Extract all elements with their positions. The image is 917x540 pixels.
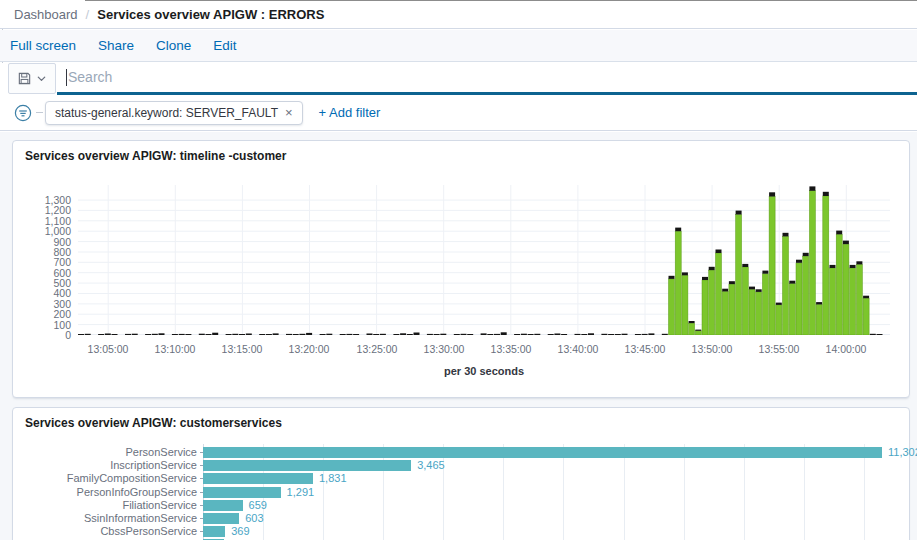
timeline-bar[interactable] <box>689 323 695 335</box>
timeline-bar[interactable] <box>722 291 728 335</box>
timeline-bar-top[interactable] <box>172 334 178 335</box>
timeline-bar-top[interactable] <box>152 334 158 335</box>
timeline-bar[interactable] <box>836 234 842 335</box>
timeline-bar-top[interactable] <box>273 333 279 335</box>
timeline-bar[interactable] <box>830 268 836 335</box>
timeline-bar-top[interactable] <box>648 333 654 335</box>
timeline-bar-top[interactable] <box>548 334 554 335</box>
timeline-bar[interactable] <box>695 331 701 335</box>
share-button[interactable]: Share <box>98 38 134 53</box>
hbar-bar[interactable] <box>203 513 239 524</box>
timeline-bar-top[interactable] <box>494 334 500 335</box>
timeline-bar-top[interactable] <box>588 333 594 335</box>
timeline-bar-top[interactable] <box>581 334 587 335</box>
timeline-bar-top[interactable] <box>467 334 473 335</box>
timeline-bar[interactable] <box>863 298 869 335</box>
timeline-bar-top[interactable] <box>179 334 185 335</box>
timeline-bar[interactable] <box>709 270 715 335</box>
timeline-bar-top[interactable] <box>635 334 641 335</box>
timeline-bar-top[interactable] <box>534 334 540 335</box>
timeline-bar-top[interactable] <box>514 334 520 335</box>
timeline-bar-top[interactable] <box>870 334 876 335</box>
timeline-bar[interactable] <box>856 264 862 335</box>
timeline-bar-top[interactable] <box>528 334 534 335</box>
timeline-bar-top[interactable] <box>400 333 406 335</box>
timeline-bar-top[interactable] <box>729 281 735 284</box>
timeline-bar[interactable] <box>823 196 829 335</box>
timeline-bar-top[interactable] <box>695 330 701 331</box>
timeline-bar-top[interactable] <box>132 334 138 335</box>
timeline-bar-top[interactable] <box>642 334 648 335</box>
timeline-bar[interactable] <box>796 263 802 335</box>
timeline-bar-top[interactable] <box>98 334 104 335</box>
timeline-bar-top[interactable] <box>756 289 762 292</box>
timeline-bar-top[interactable] <box>340 334 346 335</box>
timeline-bar-top[interactable] <box>326 334 332 335</box>
timeline-bar-top[interactable] <box>709 267 715 270</box>
timeline-bar-top[interactable] <box>393 334 399 335</box>
timeline-bar-top[interactable] <box>306 333 312 335</box>
filter-pill-server-fault[interactable]: status-general.keyword: SERVER_FAULT × <box>45 101 303 125</box>
timeline-bar-top[interactable] <box>742 264 748 267</box>
timeline-bar-top[interactable] <box>159 333 165 335</box>
timeline-bar[interactable] <box>850 268 856 335</box>
timeline-bar-top[interactable] <box>293 334 299 335</box>
timeline-bar-top[interactable] <box>414 333 420 336</box>
timeline-bar[interactable] <box>843 244 849 335</box>
clone-button[interactable]: Clone <box>156 38 191 53</box>
timeline-bar-top[interactable] <box>783 233 789 237</box>
timeline-bar[interactable] <box>789 284 795 335</box>
timeline-bar-top[interactable] <box>454 334 460 335</box>
timeline-bar-top[interactable] <box>669 276 675 279</box>
timeline-bar-top[interactable] <box>622 334 628 335</box>
timeline-bar[interactable] <box>776 305 782 335</box>
timeline-bar-top[interactable] <box>185 334 191 335</box>
timeline-bar-top[interactable] <box>702 277 708 280</box>
edit-button[interactable]: Edit <box>213 38 236 53</box>
timeline-bar-top[interactable] <box>125 334 131 335</box>
timeline-bar-top[interactable] <box>662 334 668 335</box>
full-screen-button[interactable]: Full screen <box>10 38 76 53</box>
timeline-bar-top[interactable] <box>212 333 218 335</box>
filter-options-button[interactable] <box>12 102 34 124</box>
timeline-bar-top[interactable] <box>367 334 373 336</box>
timeline-bar[interactable] <box>816 304 822 335</box>
timeline-bar[interactable] <box>736 215 742 335</box>
timeline-bar-top[interactable] <box>823 192 829 196</box>
timeline-bar[interactable] <box>809 191 815 335</box>
timeline-bar[interactable] <box>769 196 775 335</box>
timeline-bar[interactable] <box>702 280 708 335</box>
timeline-bar-top[interactable] <box>346 334 352 335</box>
timeline-bar-top[interactable] <box>266 334 272 335</box>
timeline-bar-top[interactable] <box>863 296 869 299</box>
timeline-bar[interactable] <box>742 267 748 335</box>
timeline-bar-top[interactable] <box>481 333 487 335</box>
hbar-bar[interactable] <box>203 460 411 471</box>
timeline-bar-top[interactable] <box>776 303 782 305</box>
timeline-bar-top[interactable] <box>112 334 118 335</box>
hbar-bar[interactable] <box>203 526 225 537</box>
timeline-bar-top[interactable] <box>199 334 205 335</box>
timeline-bar-top[interactable] <box>762 271 768 274</box>
timeline-bar-top[interactable] <box>689 321 695 323</box>
timeline-bar-top[interactable] <box>736 211 742 215</box>
timeline-bar-top[interactable] <box>461 334 467 335</box>
timeline-bar-top[interactable] <box>501 332 507 335</box>
timeline-bar-top[interactable] <box>226 334 232 335</box>
timeline-bar-top[interactable] <box>601 334 607 335</box>
timeline-bar-top[interactable] <box>320 334 326 335</box>
timeline-bar-top[interactable] <box>608 334 614 335</box>
timeline-bar-top[interactable] <box>78 334 84 335</box>
timeline-bar[interactable] <box>783 236 789 335</box>
timeline-bar-top[interactable] <box>286 334 292 335</box>
timeline-bar-top[interactable] <box>440 334 446 335</box>
timeline-bar[interactable] <box>682 275 688 335</box>
timeline-bar-top[interactable] <box>353 334 359 335</box>
timeline-bar-top[interactable] <box>722 289 728 292</box>
timeline-bar[interactable] <box>675 231 681 335</box>
timeline-bar-top[interactable] <box>850 265 856 268</box>
timeline-bar-top[interactable] <box>796 260 802 263</box>
timeline-bar-top[interactable] <box>682 272 688 275</box>
timeline-bar[interactable] <box>756 292 762 335</box>
timeline-bar-top[interactable] <box>246 334 252 336</box>
